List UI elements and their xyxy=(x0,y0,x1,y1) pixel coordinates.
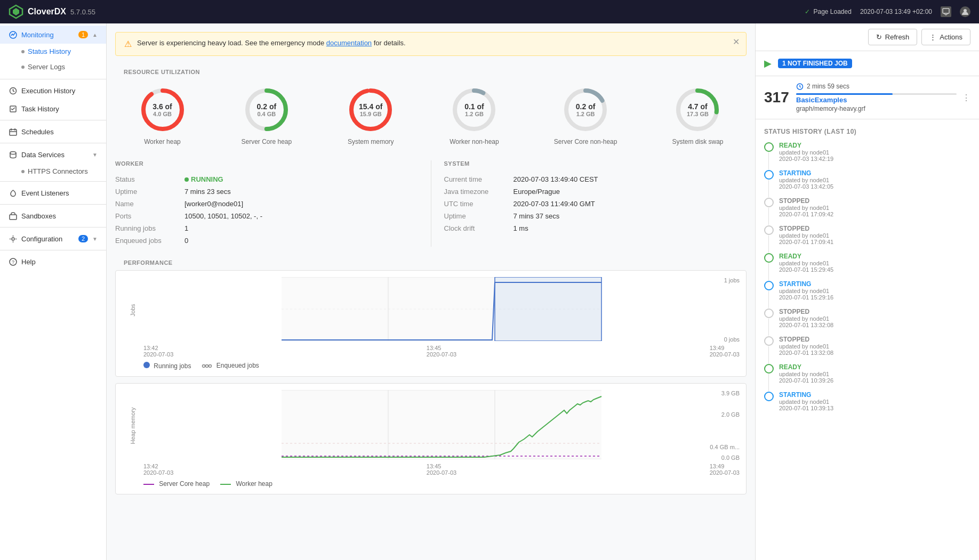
worker-ports-row: Ports 10500, 10501, 10502, -, - xyxy=(115,210,418,222)
resource-item-4: 0.2 of 1.2 GB Server Core non-heap xyxy=(554,86,617,145)
sidebar-item-https-connectors[interactable]: HTTPS Connectors xyxy=(0,164,106,179)
worker-ports-value: 10500, 10501, 10502, -, - xyxy=(184,212,262,220)
donut-0: 3.6 of 4.0 GB xyxy=(139,86,187,134)
legend-worker-heap: Worker heap xyxy=(220,480,272,488)
event-listeners-icon xyxy=(9,189,17,197)
actions-button[interactable]: ⋮ Actions xyxy=(921,29,970,45)
alert-close-button[interactable]: ✕ xyxy=(733,37,740,47)
svg-point-13 xyxy=(12,238,14,240)
sidebar-item-monitoring[interactable]: Monitoring 1 ▲ xyxy=(0,26,106,44)
svg-rect-7 xyxy=(10,129,17,135)
sidebar-divider-4 xyxy=(0,181,106,182)
alert-icon: ⚠ xyxy=(124,39,132,49)
timer-icon xyxy=(796,83,804,90)
help-icon: ? xyxy=(9,257,17,266)
donut-value-4: 0.2 of xyxy=(576,102,596,111)
help-label: Help xyxy=(21,258,36,266)
sidebar-item-execution-history[interactable]: Execution History xyxy=(0,82,106,100)
sidebar-item-task-history[interactable]: Task History xyxy=(0,100,106,118)
status-state-label-7: STOPPED xyxy=(779,336,833,343)
chat-icon[interactable] xyxy=(941,6,951,17)
sidebar-item-schedules[interactable]: Schedules xyxy=(0,123,106,141)
data-services-label: Data Services xyxy=(21,151,65,159)
jobs-x-label-1: 13:422020-07-03 xyxy=(143,345,173,358)
jobs-chart-svg xyxy=(143,277,740,341)
status-circle-4 xyxy=(764,253,774,263)
status-state-label-0: READY xyxy=(779,142,833,149)
status-history-title: STATUS HISTORY (LAST 10) xyxy=(764,128,970,135)
job-more-button[interactable]: ⋮ xyxy=(962,93,970,103)
system-section: SYSTEM Current time 2020-07-03 13:49:40 … xyxy=(444,160,747,247)
jobs-y-label: Jobs xyxy=(122,277,143,343)
configuration-label: Configuration xyxy=(21,235,62,243)
status-meta-9: updated by node012020-07-01 10:39:13 xyxy=(779,399,833,411)
heap-low-label: 0.4 GB m... xyxy=(710,444,740,450)
resource-label-1: Server Core heap xyxy=(242,138,292,145)
system-utc-time-row: UTC time 2020-07-03 11:49:40 GMT xyxy=(444,198,747,210)
worker-heap-legend-line xyxy=(220,484,231,485)
worker-name-row: Name [worker0@node01] xyxy=(115,198,418,210)
resource-item-5: 4.7 of 17.3 GB System disk swap xyxy=(672,86,723,145)
sidebar-item-status-history[interactable]: Status History xyxy=(0,44,106,59)
status-circle-7 xyxy=(764,336,774,346)
status-state-label-6: STOPPED xyxy=(779,308,833,315)
job-name: BasicExamples xyxy=(796,96,957,104)
heap-max-label: 3.9 GB xyxy=(721,390,740,396)
sidebar-item-configuration[interactable]: Configuration 2 ▼ xyxy=(0,230,106,248)
worker-section: WORKER Status RUNNING Uptime 7 mins 23 s… xyxy=(115,160,418,247)
refresh-button[interactable]: ↻ Refresh xyxy=(868,29,918,45)
info-separator xyxy=(431,160,431,247)
resource-label-3: Worker non-heap xyxy=(450,138,499,145)
sidebar-divider-5 xyxy=(0,204,106,205)
status-circle-0 xyxy=(764,142,774,152)
donut-4: 0.2 of 1.2 GB xyxy=(561,86,609,134)
jobs-chart-container: Jobs 1 jobs 0 jobs xyxy=(115,270,747,377)
status-item-9: STARTING updated by node012020-07-01 10:… xyxy=(764,391,970,411)
worker-running-jobs-row: Running jobs 1 xyxy=(115,222,418,234)
legend-enqueued-jobs: Enqueued jobs xyxy=(202,362,259,370)
system-uptime-row: Uptime 7 mins 37 secs xyxy=(444,210,747,222)
resource-item-2: 15.4 of 15.9 GB System memory xyxy=(347,86,395,145)
status-circle-8 xyxy=(764,364,774,374)
status-item-7: STOPPED updated by node012020-07-01 13:3… xyxy=(764,336,970,356)
checkmark-icon: ✓ xyxy=(805,8,810,15)
status-meta-1: updated by node012020-07-03 13:42:05 xyxy=(779,177,833,190)
resource-item-1: 0.2 of 0.4 GB Server Core heap xyxy=(242,86,292,145)
system-utc-time-key: UTC time xyxy=(444,200,513,208)
heap-chart-svg xyxy=(143,390,740,459)
alert-link[interactable]: documentation xyxy=(326,39,372,47)
sidebar-item-server-logs[interactable]: Server Logs xyxy=(0,59,106,75)
donut-3: 0.1 of 1.2 GB xyxy=(450,86,498,134)
heap-x-label-2: 13:452020-07-03 xyxy=(427,463,456,476)
status-item-4: READY updated by node012020-07-01 15:29:… xyxy=(764,253,970,273)
sidebar-divider-1 xyxy=(0,79,106,79)
right-panel: ↻ Refresh ⋮ Actions ▶ 1 NOT FINISHED JOB… xyxy=(755,23,979,560)
svg-marker-1 xyxy=(13,8,19,15)
page-loaded-label: Page Loaded xyxy=(813,8,851,15)
heap-min-label: 0.0 GB xyxy=(721,455,740,461)
performance-title: PERFORMANCE xyxy=(115,255,747,270)
status-state-label-2: STOPPED xyxy=(779,197,833,205)
status-running-dot xyxy=(184,177,189,182)
task-history-label: Task History xyxy=(21,105,59,113)
server-core-legend-line xyxy=(143,484,154,485)
worker-status-value: RUNNING xyxy=(184,175,223,183)
resource-label-0: Worker heap xyxy=(144,138,180,145)
donut-value-0: 3.6 of xyxy=(153,102,172,111)
sidebar-item-help[interactable]: ? Help xyxy=(0,253,106,271)
sidebar-item-data-services[interactable]: Data Services ▼ xyxy=(0,145,106,164)
worker-status-row: Status RUNNING xyxy=(115,173,418,185)
heap-chart-container: Heap memory 3.9 GB 2.0 GB 0.4 GB m... 0.… xyxy=(115,383,747,494)
worker-enqueued-jobs-key: Enqueued jobs xyxy=(115,237,184,245)
user-icon[interactable] xyxy=(960,6,970,17)
sidebar-item-event-listeners[interactable]: Event Listeners xyxy=(0,184,106,202)
worker-name-value: [worker0@node01] xyxy=(184,200,243,208)
sidebar-item-sandboxes[interactable]: Sandboxes xyxy=(0,207,106,225)
worker-ports-key: Ports xyxy=(115,212,184,220)
status-circle-5 xyxy=(764,281,774,290)
system-current-time-value: 2020-07-03 13:49:40 CEST xyxy=(513,175,598,183)
content: ⚠ Server is experiencing heavy load. See… xyxy=(107,23,979,560)
status-item-3: STOPPED updated by node012020-07-01 17:0… xyxy=(764,225,970,245)
main-panel: ⚠ Server is experiencing heavy load. See… xyxy=(107,23,755,560)
jobs-max-label: 1 jobs xyxy=(724,277,740,283)
